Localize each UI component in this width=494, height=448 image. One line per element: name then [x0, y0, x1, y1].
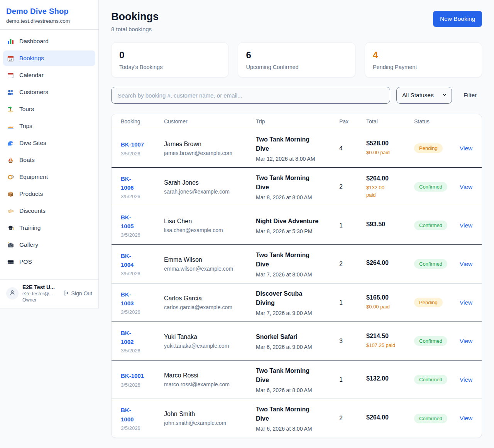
brand-title[interactable]: Demo Dive Shop — [6, 7, 92, 16]
filter-button[interactable]: Filter — [458, 89, 482, 102]
table-row: BK-1001 3/5/2026 Marco Rossi marco.rossi… — [112, 360, 482, 399]
view-link[interactable]: View — [460, 299, 472, 306]
booking-cell: BK- 1000 3/5/2026 — [121, 406, 164, 431]
paid-amount: $0.00 paid — [366, 303, 414, 311]
trip-cell: Two Tank Morning Dive Mar 6, 2026 at 8:0… — [256, 366, 339, 393]
view-link[interactable]: View — [460, 376, 472, 383]
sign-out-button[interactable]: Sign Out — [63, 290, 92, 297]
sidebar-item-label: Dive Sites — [19, 140, 46, 147]
table-row: BK- 1006 3/5/2026 Sarah Jones sarah.jone… — [112, 168, 482, 206]
booking-id-link[interactable]: BK-1001 — [121, 371, 164, 380]
status-select[interactable]: All Statuses — [396, 87, 452, 104]
column-header-pax: Pax — [339, 114, 366, 129]
sidebar-item-equipment[interactable]: Equipment — [3, 169, 95, 185]
calendar-icon — [7, 72, 14, 79]
new-booking-button[interactable]: New Booking — [433, 11, 482, 27]
pax-cell: 2 — [339, 415, 366, 422]
sidebar-item-gallery[interactable]: Gallery — [3, 237, 95, 253]
action-cell: View — [460, 376, 472, 383]
customer-cell: Emma Wilson emma.wilson@example.com — [164, 256, 256, 272]
total-cell: $132.00 — [366, 375, 414, 384]
view-link[interactable]: View — [460, 222, 472, 229]
status-badge: Pending — [414, 298, 443, 307]
view-link[interactable]: View — [460, 261, 472, 267]
paid-amount: $132.00 paid — [366, 184, 414, 199]
stats-cards: 0Today's Bookings6Upcoming Confirmed4Pen… — [111, 42, 482, 77]
sidebar-item-label: Customers — [19, 89, 48, 96]
sidebar-item-label: Boats — [19, 157, 35, 163]
sidebar-item-tours[interactable]: Tours — [3, 101, 95, 117]
stat-value: 4 — [373, 50, 474, 61]
sidebar-item-label: Calendar — [19, 72, 44, 79]
total-amount: $264.00 — [366, 259, 414, 266]
booking-id-link[interactable]: BK-1007 — [121, 140, 164, 149]
customer-email: marco.rossi@example.com — [164, 381, 256, 387]
booking-id-link[interactable]: BK- 1006 — [121, 174, 164, 192]
table-row: BK- 1005 3/5/2026 Lisa Chen lisa.chen@ex… — [112, 206, 482, 245]
booking-date: 3/5/2026 — [121, 425, 164, 431]
trip-cell: Night Dive Adventure Mar 8, 2026 at 5:30… — [256, 217, 339, 234]
total-cell: $528.00 $0.00 paid — [366, 140, 414, 157]
view-link[interactable]: View — [460, 184, 472, 190]
trip-name: Two Tank Morning Dive — [256, 366, 332, 385]
trip-name: Two Tank Morning Dive — [256, 173, 332, 192]
action-cell: View — [460, 145, 472, 152]
status-cell: Pending — [414, 298, 460, 307]
trip-cell: Two Tank Morning Dive Mar 8, 2026 at 8:0… — [256, 173, 339, 200]
booking-date: 3/5/2026 — [121, 348, 164, 354]
page-subtitle: 8 total bookings — [111, 26, 159, 32]
status-cell: Confirmed — [414, 182, 460, 192]
status-cell: Confirmed — [414, 259, 460, 269]
sidebar-nav: Dashboard17BookingsCalendarCustomersTour… — [0, 30, 98, 279]
sign-out-label: Sign Out — [71, 290, 92, 296]
trip-datetime: Mar 12, 2026 at 8:00 AM — [256, 156, 332, 162]
pax-cell: 1 — [339, 299, 366, 306]
customer-email: yuki.tanaka@example.com — [164, 343, 256, 349]
sidebar-item-pos[interactable]: POS — [3, 254, 95, 269]
customer-name: Yuki Tanaka — [164, 333, 256, 340]
stat-value: 6 — [246, 50, 347, 61]
customer-name: Carlos Garcia — [164, 295, 256, 302]
sidebar-item-boats[interactable]: Boats — [3, 152, 95, 168]
status-cell: Confirmed — [414, 221, 460, 230]
booking-id-link[interactable]: BK- 1002 — [121, 328, 164, 347]
sidebar-item-label: Tours — [19, 106, 34, 113]
trip-name: Snorkel Safari — [256, 332, 332, 342]
trip-cell: Discover Scuba Diving Mar 7, 2026 at 9:0… — [256, 289, 339, 316]
sidebar-item-training[interactable]: Training — [3, 220, 95, 236]
booking-id-link[interactable]: BK- 1005 — [121, 213, 164, 231]
sidebar-item-calendar[interactable]: Calendar — [3, 67, 95, 83]
chevron-down-icon — [442, 92, 447, 99]
total-cell: $264.00 — [366, 414, 414, 423]
sidebar-item-dive-sites[interactable]: Dive Sites — [3, 135, 95, 151]
search-input[interactable] — [111, 87, 390, 104]
customer-name: Sarah Jones — [164, 179, 256, 186]
booking-id-link[interactable]: BK- 1004 — [121, 251, 164, 269]
trip-datetime: Mar 6, 2026 at 8:00 AM — [256, 387, 332, 393]
sidebar-item-trips[interactable]: Trips — [3, 118, 95, 134]
view-link[interactable]: View — [460, 145, 472, 152]
sidebar-item-customers[interactable]: Customers — [3, 84, 95, 100]
bookings-table: BookingCustomerTripPaxTotalStatus BK-100… — [111, 114, 482, 438]
column-header-booking: Booking — [121, 114, 164, 129]
sidebar-item-bookings[interactable]: 17Bookings — [3, 51, 95, 66]
view-link[interactable]: View — [460, 338, 472, 344]
total-amount: $165.00 — [366, 294, 414, 301]
sidebar-item-discounts[interactable]: Discounts — [3, 203, 95, 219]
customer-cell: Yuki Tanaka yuki.tanaka@example.com — [164, 333, 256, 349]
booking-id-link[interactable]: BK- 1000 — [121, 406, 164, 424]
booking-cell: BK- 1005 3/5/2026 — [121, 213, 164, 238]
speedboat-icon — [7, 123, 14, 130]
sidebar-item-label: Training — [19, 224, 41, 231]
filter-row: All Statuses Filter — [111, 87, 482, 104]
trip-name: Night Dive Adventure — [256, 217, 332, 226]
sidebar-item-products[interactable]: Products — [3, 186, 95, 202]
customer-email: lisa.chen@example.com — [164, 227, 256, 233]
sidebar-item-dashboard[interactable]: Dashboard — [3, 34, 95, 49]
user-info: E2E Test U... e2e-tester@... Owner — [22, 284, 55, 303]
sidebar-user-footer: E2E Test U... e2e-tester@... Owner Sign … — [0, 279, 98, 308]
pax-cell: 2 — [339, 184, 366, 190]
view-link[interactable]: View — [460, 415, 472, 421]
trip-name: Discover Scuba Diving — [256, 289, 332, 308]
booking-id-link[interactable]: BK- 1003 — [121, 290, 164, 308]
